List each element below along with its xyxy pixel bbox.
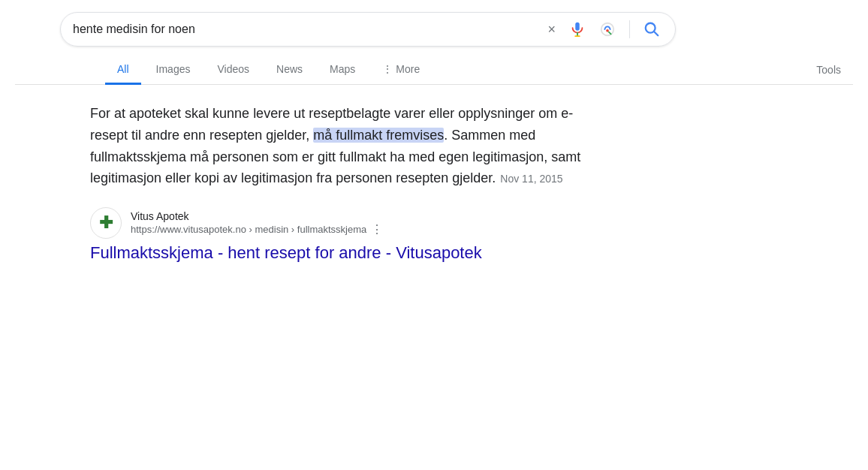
lens-icon <box>599 21 616 38</box>
result-title-link[interactable]: Fullmaktsskjema - hent resept for andre … <box>90 243 601 263</box>
more-dots-icon: ⋮ <box>382 63 393 75</box>
lens-button[interactable] <box>596 18 619 41</box>
svg-line-6 <box>654 32 658 35</box>
tools-button[interactable]: Tools <box>804 56 853 83</box>
snippet-date: Nov 11, 2015 <box>500 173 562 185</box>
source-row: ✚ Vitus Apotek https://www.vitusapotek.n… <box>90 207 601 239</box>
tab-news[interactable]: News <box>264 56 315 85</box>
snippet-highlight: må fullmakt fremvises <box>313 128 444 143</box>
search-input[interactable] <box>73 23 538 36</box>
source-url: https://www.vitusapotek.no › medisin › f… <box>131 222 383 237</box>
tab-all[interactable]: All <box>105 56 141 85</box>
source-name: Vitus Apotek <box>131 210 383 222</box>
mic-icon <box>569 21 586 38</box>
tab-more[interactable]: ⋮ More <box>370 56 432 85</box>
clear-icon: × <box>547 22 556 38</box>
search-button[interactable] <box>640 18 663 41</box>
svg-rect-0 <box>575 23 580 31</box>
search-icon <box>643 21 660 38</box>
featured-snippet: For at apoteket skal kunne levere ut res… <box>90 103 601 189</box>
source-options-icon[interactable]: ⋮ <box>371 222 383 237</box>
tab-maps[interactable]: Maps <box>318 56 367 85</box>
pharmacy-cross-icon: ✚ <box>99 213 113 233</box>
tab-images[interactable]: Images <box>144 56 203 85</box>
clear-button[interactable]: × <box>544 19 559 41</box>
source-info: Vitus Apotek https://www.vitusapotek.no … <box>131 210 383 237</box>
tab-videos[interactable]: Videos <box>205 56 261 85</box>
main-content: For at apoteket skal kunne levere ut res… <box>0 85 646 281</box>
search-box: × <box>60 12 676 47</box>
search-tabs: All Images Videos News Maps ⋮ More Tools <box>15 50 853 85</box>
mic-button[interactable] <box>566 18 589 41</box>
source-logo: ✚ <box>90 207 122 239</box>
snippet-text: For at apoteket skal kunne levere ut res… <box>90 103 601 189</box>
